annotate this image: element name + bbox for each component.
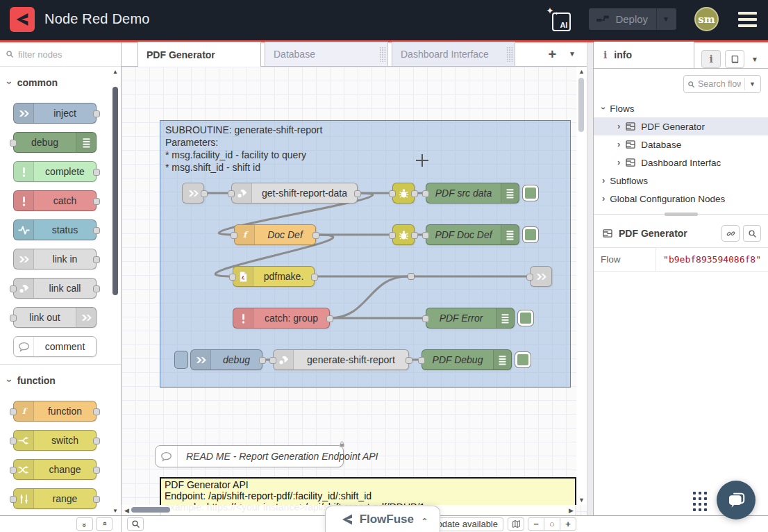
debug-toggle-button[interactable]	[522, 226, 539, 243]
scroll-down-icon[interactable]: ▼	[112, 508, 118, 514]
widget-drag-handle[interactable]	[693, 492, 707, 511]
output-port[interactable]	[411, 232, 418, 239]
sidebar-splitter[interactable]	[587, 42, 594, 515]
canvas-vertical-scrollbar[interactable]: ▲▼	[576, 67, 587, 505]
input-port[interactable]	[231, 232, 237, 239]
scrollbar-thumb[interactable]	[131, 507, 170, 513]
search-options-chevron-icon[interactable]: ▼	[744, 78, 757, 90]
node-pdf-error[interactable]: PDF Error	[426, 308, 515, 329]
node-linkin[interactable]	[182, 183, 204, 203]
copy-link-button[interactable]	[721, 225, 740, 242]
node-debug[interactable]: debug	[190, 349, 262, 370]
zoom-reset-button[interactable]: ○	[544, 517, 560, 531]
input-port[interactable]	[389, 232, 396, 239]
debug-toggle-button[interactable]	[522, 185, 539, 201]
palette-node-debug[interactable]: debug	[13, 132, 97, 153]
info-panel-button[interactable]: i	[701, 50, 721, 68]
output-port[interactable]	[406, 357, 412, 364]
input-port[interactable]	[389, 190, 396, 197]
flow-tab-Dashboard-Interface[interactable]: Dashboard Interface	[392, 42, 515, 66]
output-port[interactable]	[411, 190, 418, 197]
scroll-up-icon[interactable]: ▲	[578, 68, 585, 75]
search-flows-input[interactable]	[698, 79, 741, 89]
tab-info[interactable]: i info	[594, 42, 694, 68]
zoom-out-button[interactable]: −	[528, 517, 544, 531]
tree-item-database[interactable]: ›Database	[594, 135, 768, 153]
input-port[interactable]	[418, 357, 425, 364]
help-book-button[interactable]	[725, 50, 744, 68]
input-port[interactable]	[422, 232, 429, 239]
palette-node-inject[interactable]: inject	[13, 103, 97, 124]
scroll-left-icon[interactable]: ◀	[122, 507, 132, 514]
input-port[interactable]	[422, 315, 429, 322]
palette-scrollbar[interactable]: ▲ ▼	[111, 69, 119, 514]
scroll-right-icon[interactable]: ▶	[566, 507, 576, 514]
chevron-right-icon[interactable]: ›	[602, 195, 605, 202]
debug-toggle-button[interactable]	[515, 351, 531, 368]
scroll-down-icon[interactable]: ▼	[578, 497, 585, 504]
expand-all-categories-button[interactable]: »	[96, 517, 112, 531]
palette-node-link-out[interactable]: link out	[13, 307, 97, 328]
main-menu-button[interactable]	[737, 9, 758, 30]
user-avatar[interactable]: sm	[694, 7, 719, 31]
chevron-right-icon[interactable]: ›	[617, 141, 620, 148]
comment-node-readme[interactable]: READ ME - Report Generation Endpoint API	[155, 445, 344, 467]
chat-widget-button[interactable]	[717, 481, 756, 519]
navigator-toggle-button[interactable]	[508, 517, 524, 531]
scrollbar-thumb[interactable]	[578, 78, 584, 132]
input-port[interactable]	[228, 190, 235, 197]
chevron-down-icon[interactable]: ›	[600, 107, 607, 110]
search-flow-button[interactable]	[743, 225, 761, 242]
palette-category-function[interactable]: ›function	[0, 366, 121, 392]
deploy-button[interactable]: Deploy ▼	[589, 8, 676, 30]
tree-item-flows[interactable]: ›Flows	[594, 99, 768, 117]
ai-assistant-button[interactable]: ✦ ✦ AI	[547, 8, 571, 31]
zoom-in-button[interactable]: +	[560, 517, 576, 531]
flowfuse-panel-button[interactable]: FlowFuse ›	[325, 506, 440, 532]
deploy-dropdown-chevron-icon[interactable]: ▼	[662, 15, 669, 23]
tree-item-subflows[interactable]: ›Subflows	[594, 172, 768, 190]
output-port[interactable]	[311, 274, 318, 281]
canvas-search-button[interactable]	[127, 517, 144, 531]
palette-node-complete[interactable]: complete	[13, 161, 97, 182]
input-port[interactable]	[422, 190, 429, 197]
palette-node-status[interactable]: status	[13, 219, 97, 240]
wire-junction[interactable]	[408, 273, 415, 280]
node-generate-shift-report[interactable]: generate-shift-report	[273, 349, 409, 370]
collapse-all-categories-button[interactable]: »	[76, 517, 93, 531]
chevron-right-icon[interactable]: ›	[617, 159, 620, 166]
chevron-right-icon[interactable]: ›	[602, 177, 605, 184]
node-pdfmake-[interactable]: pdfmake.	[233, 266, 315, 287]
node-bug2[interactable]	[392, 224, 415, 245]
add-flow-button[interactable]: +	[548, 48, 556, 60]
chevron-right-icon[interactable]: ›	[617, 123, 620, 130]
flow-tab-PDF-Generator[interactable]: PDF Generator	[137, 42, 261, 67]
output-port[interactable]	[312, 232, 319, 239]
wire-catch-to-junc[interactable]	[330, 276, 408, 318]
filter-nodes-input[interactable]	[18, 49, 101, 60]
node-get-shift-report-data[interactable]: get-shift-report-data	[231, 183, 358, 203]
node-pdf-src-data[interactable]: PDF src data	[426, 183, 519, 203]
scroll-up-icon[interactable]: ▲	[112, 69, 118, 75]
node-pdf-doc-def[interactable]: PDF Doc Def	[426, 224, 519, 245]
tab-list-chevron-icon[interactable]: ▼	[569, 50, 576, 58]
palette-node-comment[interactable]: comment	[13, 336, 97, 357]
node-bug1[interactable]	[392, 183, 415, 203]
tree-item-global-configuration-nodes[interactable]: ›Global Configuration Nodes	[594, 190, 768, 208]
search-flows-box[interactable]: ▼	[683, 75, 761, 93]
flow-canvas[interactable]: SUBROUTINE: generate-shift-report Parame…	[122, 67, 587, 515]
palette-node-function[interactable]: ffunction	[13, 401, 97, 422]
node-catch-group[interactable]: catch: group	[233, 308, 330, 329]
output-port[interactable]	[326, 315, 333, 322]
palette-node-link-call[interactable]: link call	[13, 278, 97, 299]
palette-scrollbar-thumb[interactable]	[112, 87, 118, 295]
tree-item-dashboard-interfac[interactable]: ›Dashboard Interfac	[594, 153, 768, 172]
palette-node-change[interactable]: change	[13, 459, 97, 480]
inject-button[interactable]	[174, 351, 188, 369]
palette-node-switch[interactable]: switch	[13, 430, 97, 451]
sidebar-menu-chevron-icon[interactable]: ▼	[749, 56, 761, 63]
input-port[interactable]	[269, 357, 276, 364]
palette-node-catch[interactable]: catch	[13, 190, 97, 211]
output-port[interactable]	[201, 190, 208, 197]
output-port[interactable]	[259, 357, 266, 364]
